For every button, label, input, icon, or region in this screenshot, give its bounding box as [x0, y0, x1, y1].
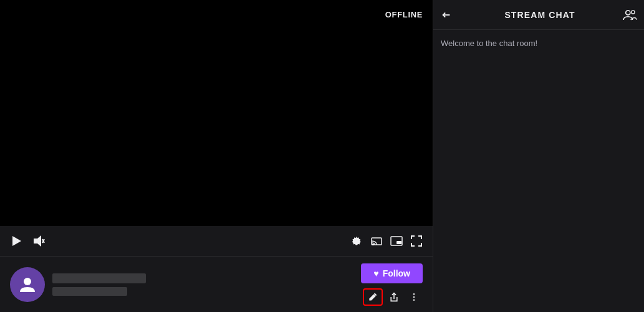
svg-point-11 — [413, 293, 415, 295]
cast-icon — [370, 235, 383, 247]
controls-right — [348, 232, 425, 250]
player-controls — [0, 226, 433, 256]
streamer-sub-bar — [52, 287, 127, 296]
volume-icon — [32, 235, 45, 247]
follow-label: Follow — [383, 268, 410, 278]
play-button[interactable] — [7, 232, 25, 250]
svg-point-15 — [626, 10, 630, 14]
streamer-text — [52, 273, 353, 296]
settings-icon — [350, 235, 363, 247]
streamer-info: ♥ Follow — [0, 256, 433, 312]
edit-btn-wrapper — [363, 288, 383, 306]
chat-welcome-message: Welcome to the chat room! — [441, 39, 537, 48]
svg-marker-1 — [34, 235, 41, 247]
collapse-icon — [441, 9, 452, 21]
share-button[interactable] — [385, 290, 403, 305]
edit-button[interactable] — [364, 290, 382, 305]
svg-point-12 — [413, 296, 415, 297]
fullscreen-icon — [410, 235, 423, 247]
chat-title: STREAM CHAT — [457, 10, 623, 20]
chat-header: STREAM CHAT — [433, 0, 644, 30]
more-icon — [409, 292, 419, 302]
action-row — [363, 288, 423, 306]
chat-messages: Welcome to the chat room! — [433, 30, 644, 312]
chat-collapse-button[interactable] — [441, 9, 452, 21]
user-avatar-icon — [17, 275, 37, 295]
streamer-actions: ♥ Follow — [361, 263, 423, 306]
more-options-button[interactable] — [405, 290, 423, 305]
svg-point-9 — [24, 278, 31, 285]
streamer-name-bar — [52, 273, 146, 283]
offline-badge: OFFLINE — [385, 10, 423, 19]
edit-icon — [368, 292, 378, 302]
share-icon — [389, 292, 399, 302]
play-icon — [10, 235, 22, 247]
chat-panel: STREAM CHAT Welcome to the chat room! — [433, 0, 644, 312]
svg-point-16 — [632, 10, 635, 13]
svg-point-13 — [413, 299, 415, 300]
settings-button[interactable] — [348, 232, 365, 250]
pip-icon — [390, 235, 403, 247]
users-icon — [623, 9, 637, 21]
fullscreen-button[interactable] — [408, 232, 425, 250]
cast-button[interactable] — [368, 232, 385, 250]
video-area: OFFLINE — [0, 0, 433, 226]
avatar — [10, 267, 45, 302]
svg-rect-8 — [396, 241, 401, 244]
video-panel: OFFLINE — [0, 0, 433, 312]
pip-button[interactable] — [388, 232, 405, 250]
heart-icon: ♥ — [373, 268, 378, 278]
mute-button[interactable] — [30, 232, 47, 250]
chat-users-button[interactable] — [623, 9, 637, 21]
follow-button[interactable]: ♥ Follow — [361, 263, 423, 283]
svg-marker-0 — [12, 236, 21, 246]
